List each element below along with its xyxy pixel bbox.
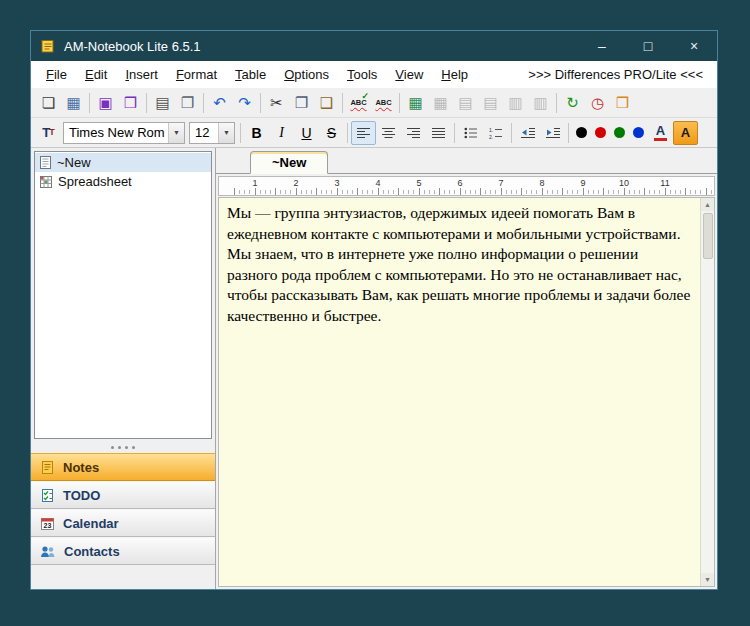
grip-dot bbox=[111, 446, 114, 449]
alarm-clock-button[interactable]: ◷ bbox=[585, 91, 610, 115]
align-center-button[interactable] bbox=[376, 121, 401, 145]
minimize-button[interactable]: – bbox=[579, 31, 625, 61]
toolbar-separator bbox=[454, 123, 455, 143]
auto-spell-check-button[interactable]: ABC bbox=[371, 91, 396, 115]
menu-edit[interactable]: Edit bbox=[76, 63, 116, 86]
main-area: ~New Spreadsheet Notes bbox=[31, 148, 717, 589]
tab-new[interactable]: ~New bbox=[250, 151, 328, 174]
spell-check-button[interactable]: ABC bbox=[346, 91, 371, 115]
maximize-button[interactable]: □ bbox=[625, 31, 671, 61]
tree-item-label: Spreadsheet bbox=[58, 174, 132, 189]
menu-bar: File Edit Insert Format Table Options To… bbox=[31, 61, 717, 88]
chevron-down-icon bbox=[168, 123, 184, 143]
scroll-up-icon[interactable] bbox=[701, 198, 714, 211]
recurring-alarm-button[interactable]: ↻ bbox=[560, 91, 585, 115]
highlight-color-button[interactable]: A bbox=[673, 121, 698, 145]
scrollbar-thumb[interactable] bbox=[703, 213, 713, 259]
title-bar[interactable]: AM-Notebook Lite 6.5.1 – □ × bbox=[31, 31, 717, 61]
differences-pro-lite-link[interactable]: >>> Differences PRO/Lite <<< bbox=[528, 67, 711, 82]
scroll-down-icon[interactable] bbox=[701, 573, 714, 586]
save-all-button[interactable]: ❒ bbox=[118, 91, 143, 115]
menu-options[interactable]: Options bbox=[275, 63, 338, 86]
bold-button[interactable]: B bbox=[244, 121, 269, 145]
menu-file[interactable]: File bbox=[37, 63, 76, 86]
menu-insert[interactable]: Insert bbox=[116, 63, 167, 86]
tree-item-new[interactable]: ~New bbox=[35, 153, 211, 172]
tab-strip: ~New bbox=[216, 148, 717, 174]
alarm-clock-icon: ◷ bbox=[591, 95, 604, 110]
insert-table-button[interactable]: ▦ bbox=[403, 91, 428, 115]
sidebar-item-label: Calendar bbox=[63, 516, 119, 531]
increase-indent-button[interactable] bbox=[540, 121, 565, 145]
paste-button[interactable]: ❑ bbox=[314, 91, 339, 115]
menu-table[interactable]: Table bbox=[226, 63, 275, 86]
tree-item-spreadsheet[interactable]: Spreadsheet bbox=[35, 172, 211, 191]
tab-label: ~New bbox=[272, 155, 306, 170]
new-note-button[interactable]: ❏ bbox=[36, 91, 61, 115]
save-all-icon: ❒ bbox=[124, 95, 137, 110]
new-spreadsheet-button[interactable]: ▦ bbox=[61, 91, 86, 115]
svg-text:1.: 1. bbox=[489, 127, 493, 133]
grip-dot bbox=[132, 446, 135, 449]
bullet-list-button[interactable] bbox=[458, 121, 483, 145]
toolbar-separator bbox=[399, 93, 400, 113]
note-area: Мы — группа энтузиастов, одержимых идеей… bbox=[218, 197, 715, 587]
toolbar-separator bbox=[89, 93, 90, 113]
sidebar-item-todo[interactable]: TODO bbox=[31, 481, 215, 509]
cut-button[interactable]: ✂ bbox=[264, 91, 289, 115]
toolbar-separator bbox=[342, 93, 343, 113]
print-preview-icon: ❐ bbox=[181, 95, 194, 110]
sidebar-item-notes[interactable]: Notes bbox=[31, 453, 215, 481]
sidebar-item-contacts[interactable]: Contacts bbox=[31, 537, 215, 565]
italic-button[interactable]: I bbox=[269, 121, 294, 145]
svg-text:23: 23 bbox=[44, 522, 52, 529]
note-editor[interactable]: Мы — группа энтузиастов, одержимых идеей… bbox=[219, 198, 700, 586]
redo-button[interactable]: ↷ bbox=[232, 91, 257, 115]
ruler-mark: 8 bbox=[539, 178, 544, 188]
print-preview-button[interactable]: ❐ bbox=[175, 91, 200, 115]
panel-splitter[interactable] bbox=[31, 442, 215, 453]
decrease-indent-button[interactable] bbox=[515, 121, 540, 145]
align-left-button[interactable] bbox=[351, 121, 376, 145]
vertical-scrollbar[interactable] bbox=[700, 198, 714, 586]
print-button[interactable]: ▤ bbox=[150, 91, 175, 115]
ruler-mark: 4 bbox=[375, 178, 380, 188]
undo-button[interactable]: ↶ bbox=[207, 91, 232, 115]
ruler-mark: 9 bbox=[580, 178, 585, 188]
ruler[interactable]: 1 2 3 4 5 6 7 8 9 10 11 bbox=[218, 176, 715, 196]
toolbar-separator bbox=[556, 93, 557, 113]
save-button[interactable]: ▣ bbox=[93, 91, 118, 115]
insert-column-icon: ▥ bbox=[508, 95, 522, 110]
ruler-mark: 7 bbox=[498, 178, 503, 188]
strikethrough-button[interactable]: S bbox=[319, 121, 344, 145]
toolbar-separator bbox=[347, 123, 348, 143]
color-blue-button[interactable] bbox=[633, 127, 644, 138]
color-black-button[interactable] bbox=[576, 127, 587, 138]
menu-format[interactable]: Format bbox=[167, 63, 226, 86]
color-green-button[interactable] bbox=[614, 127, 625, 138]
menu-view[interactable]: View bbox=[386, 63, 432, 86]
font-family-select[interactable]: Times New Rom bbox=[63, 122, 185, 144]
copy-button[interactable]: ❐ bbox=[289, 91, 314, 115]
underline-button[interactable]: U bbox=[294, 121, 319, 145]
delete-table-button: ▦ bbox=[428, 91, 453, 115]
notes-tree: ~New Spreadsheet bbox=[34, 151, 212, 439]
color-red-button[interactable] bbox=[595, 127, 606, 138]
sidebar-item-calendar[interactable]: 23 Calendar bbox=[31, 509, 215, 537]
font-size-select[interactable]: 12 bbox=[189, 122, 235, 144]
increase-indent-icon bbox=[546, 127, 560, 139]
toolbar-separator bbox=[240, 123, 241, 143]
ruler-mark: 11 bbox=[660, 178, 669, 188]
menu-tools[interactable]: Tools bbox=[338, 63, 386, 86]
format-toolbar: TT Times New Rom 12 B I U S bbox=[31, 118, 717, 148]
font-dialog-button[interactable]: TT bbox=[36, 121, 61, 145]
align-justify-icon bbox=[432, 127, 445, 139]
menu-help[interactable]: Help bbox=[432, 63, 477, 86]
close-button[interactable]: × bbox=[671, 31, 717, 61]
align-justify-button[interactable] bbox=[426, 121, 451, 145]
align-right-button[interactable] bbox=[401, 121, 426, 145]
font-color-button[interactable]: A bbox=[648, 121, 673, 145]
note-reminder-button[interactable]: ❒ bbox=[610, 91, 635, 115]
numbered-list-button[interactable]: 1.2. bbox=[483, 121, 508, 145]
chevron-down-icon bbox=[218, 123, 234, 143]
